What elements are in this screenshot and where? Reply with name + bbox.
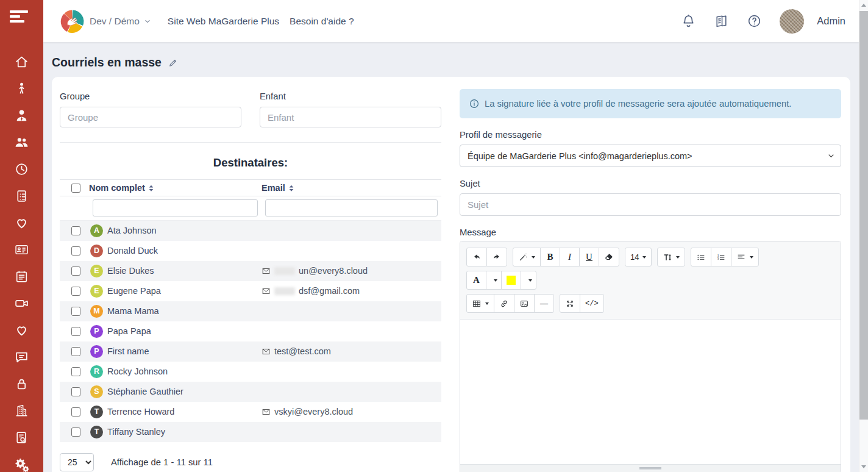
scroll-up-arrow[interactable] bbox=[859, 1, 868, 10]
fullscreen-button[interactable] bbox=[560, 294, 580, 313]
italic-button[interactable]: I bbox=[560, 248, 580, 266]
svg-text:3: 3 bbox=[717, 257, 719, 260]
help-icon[interactable] bbox=[747, 13, 762, 29]
sidebar-item-building[interactable] bbox=[0, 397, 43, 424]
recipient-checkbox[interactable] bbox=[71, 266, 80, 276]
sidebar-item-clipboard[interactable] bbox=[0, 263, 43, 290]
profile-select[interactable]: Équipe de MaGarderie Plus <info@magarder… bbox=[460, 145, 841, 167]
email-filter-input[interactable] bbox=[265, 199, 438, 216]
highlight-color-caret-button[interactable] bbox=[521, 271, 536, 290]
sidebar-item-home[interactable] bbox=[0, 48, 43, 75]
table-row: MMama Mama bbox=[60, 301, 441, 321]
sidebar-item-person-tie[interactable] bbox=[0, 102, 43, 129]
sidebar-item-clock[interactable] bbox=[0, 156, 43, 182]
lineheight-icon bbox=[663, 252, 672, 262]
recipient-checkbox[interactable] bbox=[71, 246, 80, 256]
insert-link-button[interactable] bbox=[494, 294, 514, 313]
sidebar-item-gears[interactable] bbox=[0, 451, 43, 472]
clear-format-button[interactable] bbox=[599, 248, 619, 266]
recipient-checkbox[interactable] bbox=[71, 307, 80, 316]
child-input[interactable] bbox=[260, 107, 441, 127]
user-name[interactable]: Admin bbox=[817, 15, 845, 27]
divider bbox=[60, 142, 441, 143]
recipient-checkbox[interactable] bbox=[71, 387, 80, 396]
idcard-icon bbox=[14, 242, 29, 257]
edit-title-pencil-icon[interactable] bbox=[168, 57, 179, 68]
sidebar-item-users[interactable] bbox=[0, 129, 43, 156]
page-size-select[interactable]: 25 bbox=[60, 453, 94, 471]
avatar: R bbox=[90, 365, 103, 378]
recipient-email: dsf@gmail.com bbox=[299, 286, 360, 296]
undo-button[interactable] bbox=[466, 248, 487, 266]
sidebar-item-lock[interactable] bbox=[0, 370, 43, 397]
app-logo[interactable] bbox=[60, 9, 85, 34]
user-avatar[interactable] bbox=[780, 9, 804, 34]
sidebar-item-report[interactable] bbox=[0, 424, 43, 451]
highlight-color-button[interactable] bbox=[501, 271, 521, 290]
sort-by-email[interactable]: Email bbox=[261, 183, 294, 193]
sidebar-item-comment[interactable] bbox=[0, 343, 43, 370]
name-filter-input[interactable] bbox=[93, 199, 258, 216]
magic-icon bbox=[518, 252, 528, 262]
recipient-checkbox[interactable] bbox=[71, 427, 80, 437]
environment-selector[interactable]: Dev / Démo bbox=[90, 16, 152, 27]
recipient-checkbox[interactable] bbox=[71, 407, 80, 417]
caret-down-icon bbox=[750, 256, 753, 259]
line-height-button[interactable] bbox=[657, 248, 685, 266]
font-color-caret-button[interactable] bbox=[486, 271, 502, 290]
nav-link-help[interactable]: Besoin d'aide ? bbox=[290, 16, 354, 27]
sidebar-item-heart-2[interactable] bbox=[0, 316, 43, 343]
menu-toggle-button[interactable] bbox=[10, 10, 28, 25]
redo-button[interactable] bbox=[486, 248, 507, 266]
font-size-button[interactable]: 14 bbox=[625, 248, 652, 266]
editor-textarea[interactable] bbox=[460, 320, 841, 464]
child-label: Enfant bbox=[260, 91, 441, 101]
news-icon[interactable] bbox=[714, 13, 729, 29]
nav-link-site-web[interactable]: Site Web MaGarderie Plus bbox=[168, 16, 279, 27]
notifications-bell-icon[interactable] bbox=[681, 13, 696, 29]
sidebar-item-invoice[interactable] bbox=[0, 182, 43, 209]
subject-input[interactable] bbox=[460, 193, 841, 216]
recipient-checkbox[interactable] bbox=[71, 287, 80, 296]
recipient-checkbox[interactable] bbox=[71, 226, 80, 235]
paragraph-align-button[interactable] bbox=[731, 248, 759, 266]
sidebar-item-id-card[interactable] bbox=[0, 236, 43, 263]
avatar: S bbox=[90, 385, 103, 398]
sidebar-item-heart[interactable] bbox=[0, 209, 43, 236]
undo-icon bbox=[472, 252, 482, 262]
group-input[interactable] bbox=[60, 107, 241, 127]
sidebar-item-video[interactable] bbox=[0, 290, 43, 316]
caret-down-icon bbox=[532, 256, 535, 259]
resize-grip[interactable] bbox=[639, 467, 661, 470]
sidebar-item-child[interactable] bbox=[0, 75, 43, 102]
ol-icon: 123 bbox=[716, 252, 726, 262]
scrollbar[interactable] bbox=[859, 0, 868, 472]
ordered-list-button[interactable]: 123 bbox=[711, 248, 731, 266]
insert-picture-button[interactable] bbox=[514, 294, 535, 313]
recipient-checkbox[interactable] bbox=[71, 367, 80, 376]
style-button[interactable] bbox=[513, 248, 541, 266]
caret-down-icon bbox=[676, 256, 680, 259]
scroll-down-arrow[interactable] bbox=[859, 462, 868, 471]
recipient-checkbox[interactable] bbox=[71, 327, 80, 336]
envelope-icon bbox=[261, 347, 271, 356]
toolbar-group: BIU bbox=[513, 248, 619, 266]
underline-button[interactable]: U bbox=[579, 248, 599, 266]
insert-table-button[interactable] bbox=[466, 294, 494, 313]
select-all-checkbox[interactable] bbox=[71, 184, 80, 193]
horizontal-rule-button[interactable]: — bbox=[534, 294, 554, 313]
sort-by-name[interactable]: Nom complet bbox=[89, 183, 154, 193]
unordered-list-button[interactable] bbox=[691, 248, 711, 266]
toolbar-group: </> bbox=[560, 294, 604, 313]
toolbar-group: — bbox=[466, 294, 554, 313]
recipient-name: Rocky Johnson bbox=[107, 367, 168, 376]
font-color-button[interactable]: A bbox=[466, 271, 486, 290]
scrollbar-thumb[interactable] bbox=[859, 11, 868, 420]
bold-button[interactable]: B bbox=[540, 248, 560, 266]
sidebar-nav bbox=[0, 48, 43, 472]
menu-icon bbox=[10, 10, 28, 13]
recipient-checkbox[interactable] bbox=[71, 347, 80, 356]
report-icon bbox=[14, 430, 29, 445]
caret-down-icon bbox=[642, 256, 646, 259]
code-view-button[interactable]: </> bbox=[580, 294, 604, 313]
